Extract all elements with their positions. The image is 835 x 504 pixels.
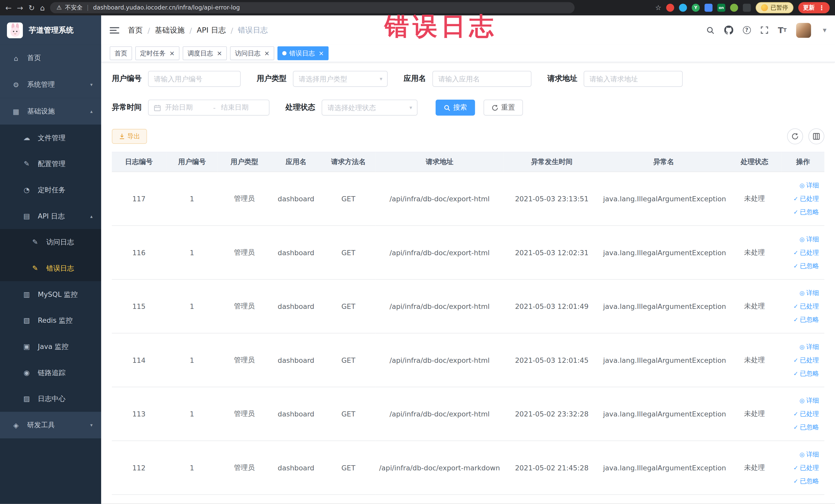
font-size-icon[interactable]: TT	[778, 25, 787, 35]
sidebar-item-file-manage[interactable]: ☁文件管理	[0, 124, 101, 151]
extension-pin-icon[interactable]	[743, 4, 751, 12]
back-icon[interactable]: ←	[5, 4, 12, 12]
detail-link[interactable]: ◎详细	[785, 448, 819, 461]
tab[interactable]: 定时任务×	[135, 46, 179, 60]
table-cell: GET	[321, 441, 375, 495]
reload-icon[interactable]: ↻	[28, 4, 35, 12]
extension-drop-icon[interactable]	[679, 4, 687, 12]
detail-link[interactable]: ◎详细	[785, 394, 819, 407]
breadcrumb-separator: /	[189, 26, 192, 35]
processed-link[interactable]: ✓已处理	[785, 300, 819, 313]
bookmark-star-icon[interactable]: ☆	[655, 4, 661, 12]
column-settings-button[interactable]	[808, 128, 824, 144]
reset-button[interactable]: 重置	[484, 100, 523, 116]
tab-close-icon[interactable]: ×	[169, 50, 175, 57]
address-bar[interactable]: ⚠ 不安全 | dashboard.yudao.iocoder.cn/infra…	[50, 2, 575, 13]
user-type-select[interactable]: ▾	[293, 71, 388, 87]
tab[interactable]: 错误日志×	[278, 46, 329, 60]
check-icon: ✓	[793, 367, 798, 380]
sidebar-item-dev-tools[interactable]: ◈研发工具▾	[0, 412, 101, 439]
paused-badge[interactable]: 已暂停	[756, 2, 793, 13]
export-button[interactable]: 导出	[112, 129, 147, 144]
sidebar-item-redis-monitor[interactable]: ▧Redis 监控	[0, 307, 101, 334]
app-logo[interactable]: 芋道管理系统	[0, 15, 101, 45]
detail-link[interactable]: ◎详细	[785, 233, 819, 246]
table-cell: java.lang.IllegalArgumentException	[600, 226, 728, 280]
table-cell: 116	[112, 226, 166, 280]
check-icon: ✓	[793, 354, 798, 367]
table-cell: 2021-05-02 23:32:28	[504, 387, 600, 441]
app-name-input[interactable]	[433, 72, 531, 86]
extension-red-icon[interactable]	[666, 4, 674, 12]
table-cell: /api/infra/db-doc/export-markdown	[375, 441, 504, 495]
browser-home-icon[interactable]: ⌂	[40, 4, 45, 12]
detail-link[interactable]: ◎详细	[785, 179, 819, 192]
breadcrumb-item[interactable]: 基础设施	[155, 25, 185, 35]
processed-link[interactable]: ✓已处理	[785, 192, 819, 205]
ignore-link[interactable]: ✓已忽略	[785, 313, 819, 326]
home-icon: ⌂	[12, 54, 20, 62]
error-log-icon: ✎	[31, 264, 39, 272]
sidebar-item-error-log[interactable]: ✎错误日志	[0, 255, 101, 281]
ignore-link[interactable]: ✓已忽略	[785, 474, 819, 488]
sidebar-item-link-trace[interactable]: ◉链路追踪	[0, 360, 101, 386]
github-icon[interactable]	[724, 26, 733, 35]
ignore-link[interactable]: ✓已忽略	[785, 421, 819, 434]
table-row: 1171管理员dashboardGET/api/infra/db-doc/exp…	[112, 172, 824, 226]
logo-rabbit-icon	[7, 22, 23, 38]
process-status-label: 处理状态	[285, 103, 315, 112]
request-url-input[interactable]	[584, 72, 682, 86]
refresh-button[interactable]	[787, 128, 803, 144]
sidebar-item-system[interactable]: ⚙系统管理▾	[0, 72, 101, 98]
breadcrumb-item[interactable]: 首页	[128, 25, 143, 35]
hamburger-icon[interactable]	[109, 27, 119, 33]
detail-link[interactable]: ◎详细	[785, 340, 819, 354]
tab[interactable]: 首页	[109, 46, 132, 60]
extension-on-icon[interactable]: on	[717, 4, 726, 12]
tab[interactable]: 访问日志×	[230, 46, 274, 60]
sidebar-item-log-center[interactable]: ▨日志中心	[0, 386, 101, 412]
tab-close-icon[interactable]: ×	[264, 50, 269, 57]
eye-icon: ◎	[799, 448, 805, 461]
search-icon[interactable]	[706, 26, 714, 35]
request-url-label: 请求地址	[548, 74, 577, 83]
calendar-icon	[154, 104, 161, 111]
tab[interactable]: 调度日志×	[183, 46, 227, 60]
help-icon[interactable]: ?	[742, 26, 751, 34]
date-range-picker[interactable]: 开始日期 - 结束日期	[148, 100, 269, 116]
table-cell: GET	[321, 387, 375, 441]
processed-link[interactable]: ✓已处理	[785, 461, 819, 475]
ignore-link[interactable]: ✓已忽略	[785, 259, 819, 273]
sidebar-item-infrastructure[interactable]: ▦基础设施▴	[0, 98, 101, 125]
ignore-link[interactable]: ✓已忽略	[785, 367, 819, 380]
extension-leaf-icon[interactable]	[730, 4, 738, 12]
breadcrumb-item[interactable]: API 日志	[197, 25, 226, 35]
user-id-input[interactable]	[149, 72, 240, 86]
processed-link[interactable]: ✓已处理	[785, 354, 819, 367]
chevron-down-icon[interactable]: ▼	[823, 27, 826, 33]
table-cell: 2021-05-03 12:01:45	[504, 333, 600, 387]
ignore-link[interactable]: ✓已忽略	[785, 205, 819, 219]
extension-y-icon[interactable]: Y	[692, 4, 700, 12]
process-status-select[interactable]: ▾	[322, 100, 418, 116]
sidebar-item-home[interactable]: ⌂首页	[0, 45, 101, 72]
eye-icon: ◎	[799, 286, 805, 300]
search-button[interactable]: 搜索	[435, 100, 475, 116]
fullscreen-icon[interactable]	[760, 26, 768, 34]
detail-link[interactable]: ◎详细	[785, 286, 819, 300]
tab-close-icon[interactable]: ×	[217, 50, 222, 57]
processed-link[interactable]: ✓已处理	[785, 407, 819, 421]
tab-close-icon[interactable]: ×	[319, 50, 324, 57]
avatar[interactable]	[796, 23, 811, 38]
sidebar-item-cron-job[interactable]: ◔定时任务	[0, 177, 101, 203]
sidebar-item-mysql-monitor[interactable]: ▥MySQL 监控	[0, 281, 101, 307]
processed-link[interactable]: ✓已处理	[785, 246, 819, 259]
sidebar-item-java-monitor[interactable]: ▣Java 监控	[0, 334, 101, 360]
update-button[interactable]: 更新 ⋮	[798, 2, 830, 13]
extension-grid-icon[interactable]	[705, 4, 713, 12]
forward-icon[interactable]: →	[17, 4, 23, 12]
sidebar-item-access-log[interactable]: ✎访问日志	[0, 229, 101, 255]
browser-menu-icon[interactable]: ⋮	[819, 4, 825, 12]
sidebar-item-api-log[interactable]: ▤API 日志▴	[0, 203, 101, 229]
sidebar-item-config-manage[interactable]: ✎配置管理	[0, 151, 101, 177]
